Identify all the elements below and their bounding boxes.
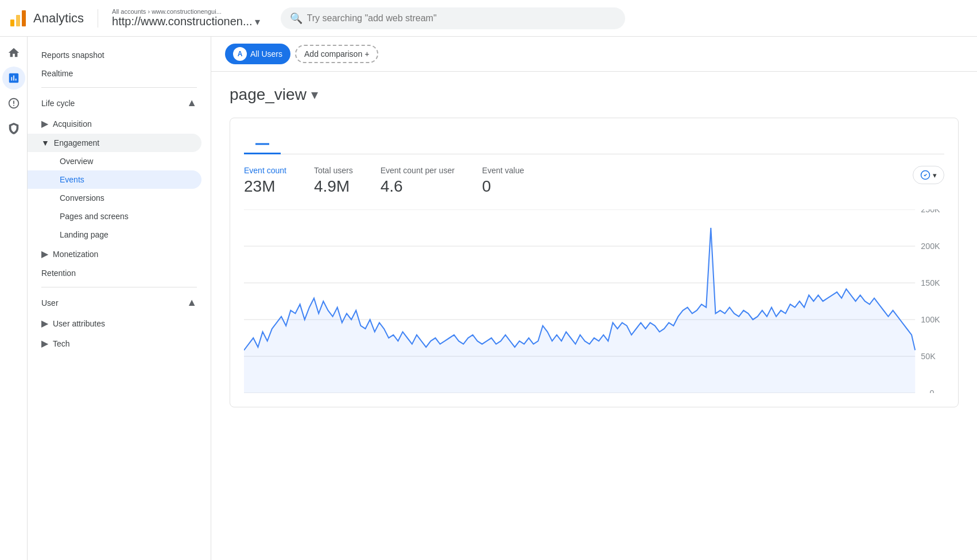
add-comparison-button[interactable]: Add comparison + <box>295 45 378 63</box>
sidebar-monetization[interactable]: ▶ Monetization <box>28 244 211 264</box>
sidebar-divider-2 <box>41 287 197 287</box>
logo-area: Analytics <box>9 9 84 28</box>
metric-total-users-label: Total users <box>314 166 353 175</box>
all-users-pill[interactable]: A All Users <box>225 44 290 64</box>
verify-arrow-icon: ▾ <box>933 171 937 180</box>
metric-total-users-value: 4.9M <box>314 177 353 196</box>
content-area: A All Users Add comparison + page_view ▾ <box>211 37 977 560</box>
event-selector[interactable]: page_view ▾ <box>230 85 959 104</box>
verify-button-area: ▾ <box>913 166 944 196</box>
lifecycle-chevron-icon: ▲ <box>187 97 197 109</box>
search-box[interactable]: 🔍 <box>281 7 625 29</box>
search-icon: 🔍 <box>290 12 303 25</box>
tech-expand-icon: ▶ <box>41 338 48 349</box>
account-url[interactable]: http://www.constructionen... ▾ <box>112 15 260 28</box>
sidebar-pages-screens[interactable]: Pages and screens <box>28 207 211 225</box>
main-layout: Reports snapshot Realtime Life cycle ▲ ▶… <box>0 37 977 560</box>
chart-area: 250K 200K 150K 100K 50K 0 01 Jan 01 <box>244 209 944 393</box>
content-header: A All Users Add comparison + <box>211 37 977 72</box>
acquisition-expand-icon: ▶ <box>41 118 48 129</box>
sidebar-landing-page[interactable]: Landing page <box>28 225 211 244</box>
metric-event-count[interactable]: Event count 23M <box>244 166 286 196</box>
metric-event-count-value: 23M <box>244 177 286 196</box>
search-input[interactable] <box>307 13 537 24</box>
chart-tabs <box>244 132 944 154</box>
svg-text:0: 0 <box>930 388 935 393</box>
sidebar: Reports snapshot Realtime Life cycle ▲ ▶… <box>28 37 211 560</box>
account-path: All accounts › www.constructionengui... <box>112 8 260 15</box>
svg-text:250K: 250K <box>921 209 940 214</box>
metric-event-value-label: Event value <box>482 166 524 175</box>
svg-marker-17 <box>244 228 915 393</box>
chart-svg: 250K 200K 150K 100K 50K 0 01 Jan 01 <box>244 209 944 393</box>
metric-event-per-user-value: 4.6 <box>381 177 455 196</box>
sidebar-overview[interactable]: Overview <box>28 152 211 170</box>
content-body: page_view ▾ Event count 23M <box>211 72 977 421</box>
sidebar-lifecycle-header[interactable]: Life cycle ▲ <box>28 92 211 114</box>
verify-button[interactable]: ▾ <box>913 166 944 184</box>
nav-home-icon[interactable] <box>2 41 25 64</box>
svg-rect-2 <box>22 10 26 26</box>
metric-event-count-per-user[interactable]: Event count per user 4.6 <box>381 166 455 196</box>
engagement-expand-icon: ▼ <box>41 138 49 147</box>
svg-text:50K: 50K <box>921 352 936 361</box>
monetization-expand-icon: ▶ <box>41 248 48 259</box>
metrics-row: Event count 23M Total users 4.9M Event c… <box>244 166 944 196</box>
nav-advertising-icon[interactable] <box>2 117 25 140</box>
nav-reports-icon[interactable] <box>2 67 25 90</box>
sidebar-conversions[interactable]: Conversions <box>28 189 211 207</box>
analytics-logo-icon <box>9 9 28 28</box>
sidebar-tech[interactable]: ▶ Tech <box>28 333 211 353</box>
metric-event-per-user-label: Event count per user <box>381 166 455 175</box>
event-selector-dropdown-icon: ▾ <box>311 87 318 103</box>
sidebar-user-header[interactable]: User ▲ <box>28 292 211 313</box>
nav-explore-icon[interactable] <box>2 92 25 115</box>
app-title: Analytics <box>33 11 84 26</box>
topbar: Analytics All accounts › www.constructio… <box>0 0 977 37</box>
svg-text:150K: 150K <box>921 278 940 287</box>
svg-rect-0 <box>10 20 14 26</box>
sidebar-retention[interactable]: Retention <box>28 264 211 282</box>
add-comparison-plus-icon: + <box>365 49 369 59</box>
icon-rail <box>0 37 28 560</box>
user-pill-avatar: A <box>233 47 247 61</box>
user-attributes-expand-icon: ▶ <box>41 318 48 329</box>
chart-card: Event count 23M Total users 4.9M Event c… <box>230 118 959 407</box>
topbar-divider <box>98 9 98 28</box>
sidebar-events[interactable]: Events <box>28 170 201 189</box>
sidebar-reports-snapshot[interactable]: Reports snapshot <box>28 46 211 64</box>
event-selector-label: page_view <box>230 85 307 104</box>
user-chevron-icon: ▲ <box>187 297 197 309</box>
sidebar-user-attributes[interactable]: ▶ User attributes <box>28 313 211 333</box>
svg-rect-1 <box>16 15 20 26</box>
search-area: 🔍 <box>281 7 968 29</box>
account-dropdown-icon: ▾ <box>255 15 260 28</box>
metric-event-value[interactable]: Event value 0 <box>482 166 524 196</box>
sidebar-realtime[interactable]: Realtime <box>28 64 211 83</box>
metric-event-count-label: Event count <box>244 166 286 175</box>
chart-tab-line[interactable] <box>244 132 281 154</box>
sidebar-divider-1 <box>41 87 197 88</box>
sidebar-engagement[interactable]: ▼ Engagement <box>28 134 201 152</box>
sidebar-acquisition[interactable]: ▶ Acquisition <box>28 114 211 134</box>
svg-text:100K: 100K <box>921 315 940 324</box>
metric-event-value-value: 0 <box>482 177 524 196</box>
svg-text:200K: 200K <box>921 242 940 251</box>
account-selector[interactable]: All accounts › www.constructionengui... … <box>112 8 260 28</box>
metric-total-users[interactable]: Total users 4.9M <box>314 166 353 196</box>
